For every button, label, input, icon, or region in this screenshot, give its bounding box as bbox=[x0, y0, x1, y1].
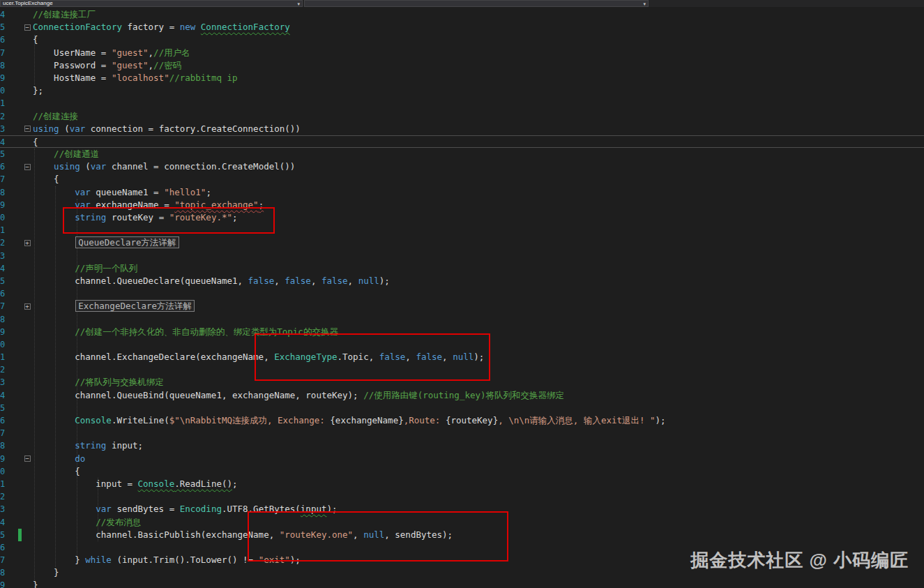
line-number: 9 bbox=[0, 453, 7, 465]
code-line[interactable]: 7+ ExchangeDeclare方法详解 bbox=[0, 300, 924, 312]
fold-expand-icon[interactable]: + bbox=[24, 240, 31, 246]
code-line[interactable]: 9− do bbox=[0, 453, 924, 465]
code-line[interactable]: 9} bbox=[0, 579, 924, 588]
code-text: //创建通道 bbox=[33, 148, 99, 160]
line-number: 6 bbox=[0, 287, 7, 300]
code-line[interactable]: 5−ConnectionFactory factory = new Connec… bbox=[0, 21, 924, 33]
member-dropdown[interactable]: ▾ bbox=[304, 0, 649, 7]
code-line[interactable]: 8 var queueName1 = "hello1"; bbox=[0, 186, 924, 199]
line-number: 3 bbox=[0, 503, 7, 515]
code-line[interactable]: 9 //创建一个非持久化的、非自动删除的、绑定类型为Topic的交换器 bbox=[0, 326, 924, 338]
line-number: 7 bbox=[0, 47, 7, 59]
code-text: { bbox=[33, 33, 38, 46]
fold-collapse-icon[interactable]: − bbox=[24, 455, 31, 462]
code-line[interactable]: 3 bbox=[0, 250, 924, 262]
code-line[interactable]: 0 bbox=[0, 338, 924, 351]
code-line[interactable]: 6− using (var channel = connection.Creat… bbox=[0, 160, 924, 173]
code-text: //声明一个队列 bbox=[33, 262, 137, 275]
code-text: Password = "guest",//密码 bbox=[33, 59, 181, 72]
code-text: channel.BasicPublish(exchangeName, "rout… bbox=[33, 529, 453, 541]
code-line[interactable]: 7 bbox=[0, 427, 924, 439]
code-text: UserName = "guest",//用户名 bbox=[33, 47, 190, 59]
line-number: 0 bbox=[0, 465, 7, 478]
line-number: 9 bbox=[0, 579, 7, 588]
chevron-down-icon: ▾ bbox=[297, 1, 300, 6]
code-text: //创建连接工厂 bbox=[33, 8, 96, 21]
class-dropdown[interactable]: ucer.TopicExchange ▾ bbox=[0, 0, 303, 7]
code-text: string input; bbox=[33, 439, 143, 452]
code-text: QueueDeclare方法详解 bbox=[33, 236, 180, 249]
code-line[interactable]: 3−using (var connection = factory.Create… bbox=[0, 123, 924, 135]
code-text: string routeKey = "routeKey.*"; bbox=[33, 211, 238, 224]
code-text: } while (input.Trim().ToLower() != "exit… bbox=[33, 554, 301, 566]
code-line[interactable]: 3 //将队列与交换机绑定 bbox=[0, 376, 924, 389]
code-text: channel.QueueDeclare(queueName1, false, … bbox=[33, 275, 390, 287]
code-text: var sendBytes = Encoding.UTF8.GetBytes(i… bbox=[33, 503, 338, 515]
code-text: channel.ExchangeDeclare(exchangeName, Ex… bbox=[33, 351, 484, 363]
code-line[interactable]: 1 input = Console.ReadLine(); bbox=[0, 478, 924, 490]
line-number: 4 bbox=[0, 8, 7, 21]
code-line[interactable]: 4//创建连接工厂 bbox=[0, 8, 924, 21]
line-number: 2 bbox=[0, 363, 7, 376]
code-line[interactable]: 2+ QueueDeclare方法详解 bbox=[0, 236, 924, 249]
line-number: 6 bbox=[0, 414, 7, 427]
line-number: 3 bbox=[0, 250, 7, 262]
line-number: 4 bbox=[0, 516, 7, 529]
code-line[interactable]: 0}; bbox=[0, 84, 924, 97]
code-line[interactable]: 6 bbox=[0, 287, 924, 300]
code-line[interactable]: 5 channel.QueueDeclare(queueName1, false… bbox=[0, 275, 924, 287]
line-number: 6 bbox=[0, 160, 7, 173]
code-line[interactable]: 4 //发布消息 bbox=[0, 516, 924, 529]
code-text: using (var channel = connection.CreateMo… bbox=[33, 160, 295, 173]
watermark: 掘金技术社区 @ 小码编匠 bbox=[690, 548, 909, 573]
code-line[interactable]: 9 var exchangeName = "topic_exchange"; bbox=[0, 199, 924, 211]
line-number: 6 bbox=[0, 541, 7, 554]
fold-collapse-icon[interactable]: − bbox=[24, 164, 31, 170]
code-line[interactable]: 2 bbox=[0, 490, 924, 503]
line-number: 8 bbox=[0, 59, 7, 72]
code-text: using (var connection = factory.CreateCo… bbox=[33, 123, 301, 135]
line-number: 7 bbox=[0, 554, 7, 566]
line-number: 4 bbox=[0, 136, 7, 147]
code-line[interactable]: 1 bbox=[0, 224, 924, 236]
code-line[interactable]: 2//创建连接 bbox=[0, 110, 924, 123]
line-number: 1 bbox=[0, 224, 7, 236]
code-line[interactable]: 8 bbox=[0, 313, 924, 326]
code-text: channel.QueueBind(queueName1, exchangeNa… bbox=[33, 389, 564, 402]
fold-collapse-icon[interactable]: − bbox=[24, 126, 31, 132]
code-text: { bbox=[33, 173, 59, 186]
code-line[interactable]: 3 var sendBytes = Encoding.UTF8.GetBytes… bbox=[0, 503, 924, 515]
code-line[interactable]: 5 bbox=[0, 402, 924, 414]
code-line[interactable]: 4{ bbox=[0, 135, 924, 148]
code-line[interactable]: 0 string routeKey = "routeKey.*"; bbox=[0, 211, 924, 224]
line-number: 8 bbox=[0, 566, 7, 579]
code-line[interactable]: 4 //声明一个队列 bbox=[0, 262, 924, 275]
code-line[interactable]: 0 { bbox=[0, 465, 924, 478]
code-line[interactable]: 8 string input; bbox=[0, 439, 924, 452]
fold-expand-icon[interactable]: + bbox=[24, 303, 31, 310]
class-dropdown-label: ucer.TopicExchange bbox=[3, 1, 53, 6]
code-line[interactable]: 7 UserName = "guest",//用户名 bbox=[0, 47, 924, 59]
code-line[interactable]: 1 channel.ExchangeDeclare(exchangeName, … bbox=[0, 351, 924, 363]
line-number: 5 bbox=[0, 275, 7, 287]
code-line[interactable]: 9 HostName = "localhost"//rabbitmq ip bbox=[0, 72, 924, 84]
code-line[interactable]: 6 Console.WriteLine($"\nRabbitMQ连接成功, Ex… bbox=[0, 414, 924, 427]
code-line[interactable]: 5 channel.BasicPublish(exchangeName, "ro… bbox=[0, 529, 924, 541]
code-line[interactable]: 5 //创建通道 bbox=[0, 148, 924, 160]
line-number: 0 bbox=[0, 211, 7, 224]
code-line[interactable]: 2 bbox=[0, 363, 924, 376]
code-line[interactable]: 1 bbox=[0, 97, 924, 110]
code-text: Console.WriteLine($"\nRabbitMQ连接成功, Exch… bbox=[33, 414, 666, 427]
code-text: }; bbox=[33, 84, 43, 97]
line-number: 2 bbox=[0, 110, 7, 123]
line-number: 9 bbox=[0, 199, 7, 211]
code-editor[interactable]: 4//创建连接工厂5−ConnectionFactory factory = n… bbox=[0, 7, 924, 588]
code-text: } bbox=[33, 566, 59, 579]
code-line[interactable]: 7 { bbox=[0, 173, 924, 186]
code-text: ConnectionFactory factory = new Connecti… bbox=[33, 21, 290, 33]
code-text: input = Console.ReadLine(); bbox=[33, 478, 238, 490]
fold-collapse-icon[interactable]: − bbox=[24, 24, 31, 31]
code-line[interactable]: 8 Password = "guest",//密码 bbox=[0, 59, 924, 72]
code-line[interactable]: 4 channel.QueueBind(queueName1, exchange… bbox=[0, 389, 924, 402]
code-line[interactable]: 6{ bbox=[0, 33, 924, 46]
